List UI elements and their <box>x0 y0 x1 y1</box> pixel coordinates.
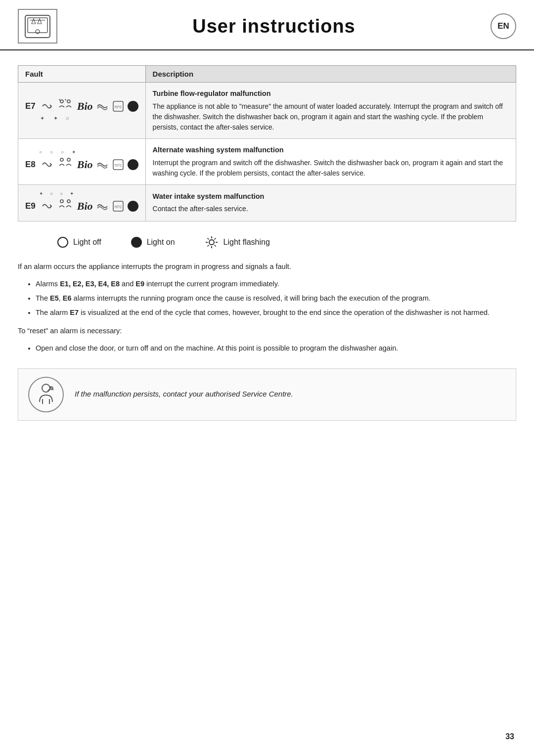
legend-light-off: Light off <box>57 237 101 248</box>
main-content: Fault Description E7 <box>0 50 534 436</box>
alarm-intro-text: If an alarm occurs the appliance interru… <box>18 261 516 272</box>
water-icon-e9 <box>41 200 53 213</box>
desc-body-e8: Interrupt the program and switch off the… <box>153 158 509 178</box>
svg-text:70°C: 70°C <box>114 164 122 167</box>
reset-intro-text: To “reset” an alarm is necessary: <box>18 325 516 337</box>
light-flashing-icon <box>205 235 219 249</box>
temp-icon-e8: 70°C <box>112 158 125 171</box>
svg-point-27 <box>42 384 50 392</box>
light-legend: Light off Light on Light flashing <box>57 235 516 249</box>
svg-point-18 <box>209 240 214 245</box>
language-badge: EN <box>490 13 516 39</box>
col-desc-header: Description <box>145 66 516 83</box>
col-fault-header: Fault <box>18 66 146 83</box>
bullet-item-2: The E5, E6 alarms interrupts the running… <box>36 293 516 304</box>
light-off-icon <box>57 237 68 248</box>
page-title: User instructions <box>192 16 356 37</box>
wash-cycle-icon: ✦ ✦ <box>56 97 74 115</box>
alarm-bullets: Alarms E1, E2, E3, E4, E8 and E9 interru… <box>36 278 516 319</box>
svg-rect-0 <box>25 15 50 38</box>
svg-point-14 <box>60 200 63 203</box>
error-code-e9: E9 <box>25 201 36 211</box>
fault-icons-e7: E7 <box>18 83 146 139</box>
eco-icon-e8 <box>96 158 109 171</box>
table-row: ✦ ○ ○ ✦ E9 <box>18 184 516 221</box>
water-icon-e8 <box>41 158 53 171</box>
wash-cycle-icon-e9 <box>56 197 74 215</box>
temp-icon-e9: 70°C <box>112 200 125 213</box>
svg-line-26 <box>207 245 209 246</box>
eco-icon-e9 <box>96 200 109 213</box>
desc-title-e8: Alternate washing system malfunction <box>153 145 509 156</box>
fault-icons-e8: ○ ○ ○ ✦ E8 <box>18 138 146 184</box>
svg-line-23 <box>207 238 209 239</box>
brand-logo <box>18 9 57 44</box>
bio-label-e7: Bio <box>77 100 93 113</box>
svg-point-5 <box>67 100 70 103</box>
light-off-label: Light off <box>73 238 101 247</box>
table-row: ○ ○ ○ ✦ E8 <box>18 138 516 184</box>
desc-e9: Water intake system malfunction Contact … <box>145 184 516 221</box>
legend-light-flashing: Light flashing <box>205 235 270 249</box>
reset-bullet-item: Open and close the door, or turn off and… <box>36 343 516 354</box>
page-header: User instructions EN <box>0 0 534 50</box>
light-on-label: Light on <box>147 238 175 247</box>
error-code-e7: E7 <box>25 101 36 111</box>
water-icon <box>41 100 53 113</box>
page-number: 33 <box>505 732 514 741</box>
service-note: If the malfunction persists, contact you… <box>18 368 516 421</box>
reset-bullets: Open and close the door, or turn off and… <box>36 343 516 354</box>
svg-point-11 <box>67 158 70 161</box>
service-note-text: If the malfunction persists, contact you… <box>75 389 293 400</box>
svg-text:✦: ✦ <box>64 98 67 101</box>
fault-table: Fault Description E7 <box>18 65 516 222</box>
svg-point-2 <box>36 30 40 34</box>
desc-title-e9: Water intake system malfunction <box>153 191 509 202</box>
svg-text:✦: ✦ <box>58 98 61 101</box>
service-icon <box>28 377 64 412</box>
svg-text:70°C: 70°C <box>114 105 122 109</box>
legend-light-on: Light on <box>131 237 175 248</box>
desc-body-e7: The appliance is not able to "measure" t… <box>153 101 509 133</box>
bullet-item-1: Alarms E1, E2, E3, E4, E8 and E9 interru… <box>36 278 516 290</box>
svg-point-10 <box>60 158 63 161</box>
fault-icons-e9: ✦ ○ ○ ✦ E9 <box>18 184 146 221</box>
eco-icon-e7 <box>96 100 109 113</box>
bullet-item-3: The alarm E7 is visualized at the end of… <box>36 307 516 318</box>
table-row: E7 <box>18 83 516 139</box>
light-flashing-label: Light flashing <box>223 238 270 247</box>
desc-e8: Alternate washing system malfunction Int… <box>145 138 516 184</box>
svg-line-25 <box>214 238 216 239</box>
error-code-e8: E8 <box>25 160 36 170</box>
light-on-e9 <box>128 201 138 212</box>
bio-label-e8: Bio <box>77 158 93 171</box>
svg-line-24 <box>214 245 216 246</box>
light-on-e7 <box>128 101 138 112</box>
temp-icon-e7: 70°C <box>112 100 125 113</box>
technician-icon <box>33 381 59 408</box>
light-on-icon <box>131 237 142 248</box>
desc-e7: Turbine flow-regulator malfunction The a… <box>145 83 516 139</box>
bio-label-e9: Bio <box>77 200 93 213</box>
light-on-e8 <box>128 159 138 170</box>
desc-title-e7: Turbine flow-regulator malfunction <box>153 89 509 99</box>
desc-body-e9: Contact the after-sales service. <box>153 204 509 214</box>
svg-text:70°C: 70°C <box>114 205 122 209</box>
svg-point-15 <box>67 200 70 203</box>
wash-cycle-icon-e8 <box>56 156 74 174</box>
